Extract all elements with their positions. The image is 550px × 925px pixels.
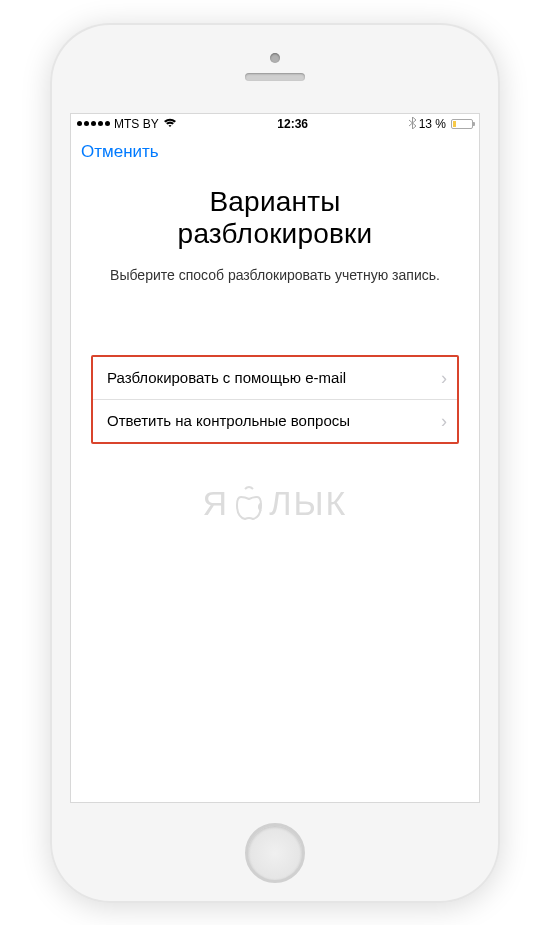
option-label: Разблокировать с помощью e-mail — [107, 369, 346, 386]
watermark-right: ЛЫК — [269, 484, 347, 523]
bluetooth-icon — [409, 117, 416, 131]
phone-frame: MTS BY 12:36 13 % Отменить Варианты — [50, 23, 500, 903]
status-time: 12:36 — [277, 117, 308, 131]
title-line1: Варианты — [209, 186, 340, 217]
title-line2: разблокировки — [178, 218, 373, 249]
status-right: 13 % — [409, 117, 473, 131]
unlock-options-highlight: Разблокировать с помощью e-mail › Ответи… — [91, 355, 459, 444]
status-bar: MTS BY 12:36 13 % — [71, 114, 479, 134]
option-label: Ответить на контрольные вопросы — [107, 412, 350, 429]
cancel-button[interactable]: Отменить — [81, 142, 159, 161]
status-left: MTS BY — [77, 117, 177, 131]
watermark: Я ЛЫК — [91, 484, 459, 523]
chevron-right-icon: › — [441, 412, 447, 430]
battery-percent: 13 % — [419, 117, 446, 131]
unlock-email-option[interactable]: Разблокировать с помощью e-mail › — [93, 357, 457, 399]
nav-bar: Отменить — [71, 134, 479, 168]
unlock-questions-option[interactable]: Ответить на контрольные вопросы › — [93, 399, 457, 442]
battery-icon — [451, 119, 473, 129]
carrier-label: MTS BY — [114, 117, 159, 131]
page-subtitle: Выберите способ разблокировать учетную з… — [91, 266, 459, 285]
camera-dot — [270, 53, 280, 63]
apple-icon — [233, 485, 265, 521]
signal-icon — [77, 121, 110, 126]
wifi-icon — [163, 117, 177, 131]
screen: MTS BY 12:36 13 % Отменить Варианты — [70, 113, 480, 803]
content-area: Варианты разблокировки Выберите способ р… — [71, 168, 479, 523]
page-title: Варианты разблокировки — [91, 186, 459, 250]
home-button[interactable] — [245, 823, 305, 883]
speaker-slot — [245, 73, 305, 81]
watermark-left: Я — [203, 484, 230, 523]
chevron-right-icon: › — [441, 369, 447, 387]
